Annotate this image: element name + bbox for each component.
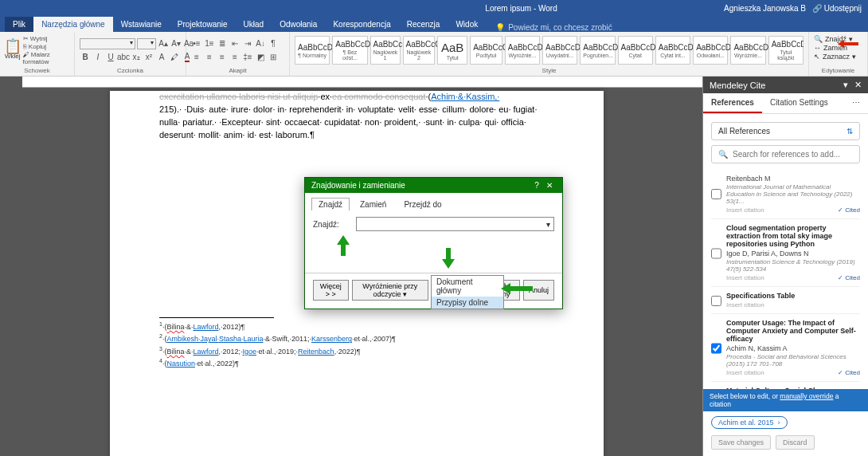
find-input[interactable]: ▾: [356, 217, 554, 231]
bullets-icon[interactable]: •≡: [191, 38, 202, 49]
style-wyr-nie-[interactable]: AaBbCcDcWyróżnie...: [505, 36, 540, 65]
annotation-red-arrow: [838, 40, 858, 49]
footnote-3[interactable]: 3·(Bilina·&·Lawford,·2012;·Igoe·et·al.,·…: [159, 345, 554, 358]
highlight-icon[interactable]: 🖍: [169, 52, 180, 63]
show-marks-icon[interactable]: ¶: [268, 38, 279, 49]
italic-icon[interactable]: I: [92, 52, 104, 63]
dropdown-footnotes[interactable]: Przypisy dolne: [432, 297, 503, 309]
justify-icon[interactable]: ≡: [229, 52, 240, 63]
style-nag-wek-1[interactable]: AaBbCcNagłówek 1: [370, 36, 401, 65]
reference-item-1[interactable]: Cloud segmentation property extraction f…: [711, 219, 860, 287]
tab-layout[interactable]: Układ: [236, 17, 272, 32]
reference-item-2[interactable]: Specifications TableInsert citation: [711, 287, 860, 314]
align-center-icon[interactable]: ≡: [204, 52, 215, 63]
dialog-cancel-button[interactable]: Anuluj: [523, 280, 554, 301]
multilevel-icon[interactable]: ≣: [217, 38, 228, 49]
chevron-down-icon[interactable]: ▾: [546, 220, 550, 229]
dialog-more-button[interactable]: Więcej > >: [313, 280, 349, 301]
user-name: Agnieszka Janowska B: [724, 4, 806, 13]
font-family-select[interactable]: ▾: [80, 38, 135, 49]
body-paragraph[interactable]: exercitation·ullamco·laboris·nisi·ut·ali…: [159, 91, 554, 142]
reference-checkbox[interactable]: [711, 226, 721, 281]
mendeley-more-icon[interactable]: ⋯: [844, 93, 868, 113]
mendeley-search-input[interactable]: [733, 150, 853, 159]
style-podtytu-[interactable]: AaBbCcCPodtytuł: [470, 36, 502, 65]
dialog-highlight-button[interactable]: Wyróżnienie przy odczycie ▾: [352, 280, 428, 301]
font-size-select[interactable]: ▾: [137, 38, 156, 49]
paste-icon[interactable]: 📋: [7, 41, 18, 52]
mendeley-tab-settings[interactable]: Citation Settings: [762, 93, 836, 113]
tell-me[interactable]: Powiedz mi, co chcesz zrobić: [508, 23, 612, 32]
superscript-icon[interactable]: x²: [143, 52, 154, 63]
shading-icon[interactable]: ◩: [255, 52, 266, 63]
cut-button[interactable]: ✂ Wytnij: [23, 35, 69, 42]
align-right-icon[interactable]: ≡: [217, 52, 228, 63]
styles-group-label: Style: [295, 67, 803, 74]
align-left-icon[interactable]: ≡: [191, 52, 202, 63]
style-tytu-[interactable]: AaBTytuł: [437, 36, 467, 65]
line-spacing-icon[interactable]: ‡≡: [242, 52, 253, 63]
reference-checkbox[interactable]: [711, 293, 721, 309]
dropdown-main-document[interactable]: Dokument główny: [432, 276, 503, 297]
reference-checkbox[interactable]: [711, 175, 721, 214]
reference-item-4[interactable]: Material Culture: Social Change, Culture…: [711, 382, 860, 389]
dialog-close-icon[interactable]: ✕: [543, 181, 556, 190]
mendeley-chip[interactable]: Achim et al. 2015 ›: [711, 416, 788, 429]
mendeley-discard-button[interactable]: Discard: [776, 435, 815, 450]
mendeley-save-button[interactable]: Save changes: [711, 435, 771, 450]
indent-icon[interactable]: ⇥: [242, 38, 253, 49]
dialog-tab-goto[interactable]: Przejdź do: [397, 198, 448, 210]
reference-item-0[interactable]: Reitenbach MInternational Journal of Mat…: [711, 168, 860, 219]
outdent-icon[interactable]: ⇤: [229, 38, 240, 49]
dialog-tab-replace[interactable]: Zamień: [353, 198, 393, 210]
tab-home[interactable]: Narzędzia główne: [33, 17, 113, 32]
sort-icon[interactable]: A↓: [255, 38, 266, 49]
style-odwo-ani-[interactable]: AaBbCcDcOdwołani...: [693, 36, 728, 65]
tab-mailings[interactable]: Korespondencja: [325, 17, 398, 32]
tab-references[interactable]: Odwołania: [272, 17, 325, 32]
reference-item-3[interactable]: Computer Usage: The Impact of Computer A…: [711, 314, 860, 382]
style--bez-odst-[interactable]: AaBbCcDc¶ Bez odst...: [332, 36, 367, 65]
mendeley-dropdown-icon[interactable]: ▾: [843, 80, 848, 90]
footnote-1[interactable]: 1·(Bilina·&·Lawford,·2012)¶: [159, 320, 554, 333]
mendeley-close-icon[interactable]: ✕: [854, 80, 862, 90]
borders-icon[interactable]: ⊞: [268, 52, 279, 63]
numbering-icon[interactable]: 1≡: [204, 38, 215, 49]
style-pogrubien-[interactable]: AaBbCcDcPogrubien...: [580, 36, 615, 65]
style-cytat[interactable]: AaBbCcDcCytat: [618, 36, 653, 65]
copy-button[interactable]: ⎘ Kopiuj: [23, 43, 69, 50]
lightbulb-icon: 💡: [495, 23, 505, 32]
mendeley-collection-select[interactable]: All References⇅: [711, 122, 860, 140]
footnote-2[interactable]: 2·(Ambikesh·Jayal·Stasha·Lauria·&·Swift,…: [159, 332, 554, 345]
mendeley-tab-references[interactable]: References: [703, 93, 762, 113]
text-effects-icon[interactable]: A: [156, 52, 167, 63]
footnotes-area[interactable]: 1·(Bilina·&·Lawford,·2012)¶ 2·(Ambikesh·…: [159, 320, 554, 370]
share-button[interactable]: 🔗 Udostępnij: [812, 4, 862, 13]
bold-icon[interactable]: B: [80, 52, 91, 63]
style-wyr-nie-[interactable]: AaBbCcDcWyróżnie...: [730, 36, 765, 65]
style-tytu-ksi-ki[interactable]: AaBbCcDcTytuł książki: [768, 36, 803, 65]
underline-icon[interactable]: U: [105, 52, 116, 63]
footnote-4[interactable]: 4·(Nasution·et·al.,·2022)¶: [159, 357, 554, 370]
style-cytat-int-[interactable]: AaBbCcDcCytat int...: [655, 36, 690, 65]
strike-icon[interactable]: abc: [118, 52, 129, 63]
style-nag-wek-2[interactable]: AaBbCcCNagłówek 2: [403, 36, 436, 65]
mendeley-search[interactable]: 🔍: [711, 145, 860, 163]
reference-checkbox[interactable]: [711, 320, 721, 376]
tab-review[interactable]: Recenzja: [399, 17, 448, 32]
shrink-font-icon[interactable]: A▾: [170, 38, 182, 49]
vertical-ruler: [0, 77, 11, 456]
tab-insert[interactable]: Wstawianie: [113, 17, 170, 32]
subscript-icon[interactable]: x₂: [131, 52, 142, 63]
tab-view[interactable]: Widok: [448, 17, 486, 32]
style-uwydatni-[interactable]: AaBbCcDcUwydatni...: [542, 36, 577, 65]
grow-font-icon[interactable]: A▴: [158, 38, 169, 49]
style--normalny[interactable]: AaBbCcDc¶ Normalny: [295, 36, 330, 65]
format-painter-button[interactable]: 🖌 Malarz formatów: [23, 51, 69, 65]
dialog-help-icon[interactable]: ?: [530, 181, 543, 190]
select-button[interactable]: ↖Zaznacz ▾: [814, 53, 862, 61]
tab-design[interactable]: Projektowanie: [170, 17, 236, 32]
tab-file[interactable]: Plik: [5, 17, 33, 32]
dialog-tab-find[interactable]: Znajdź: [311, 198, 350, 210]
font-group-label: Czcionka: [80, 67, 181, 74]
